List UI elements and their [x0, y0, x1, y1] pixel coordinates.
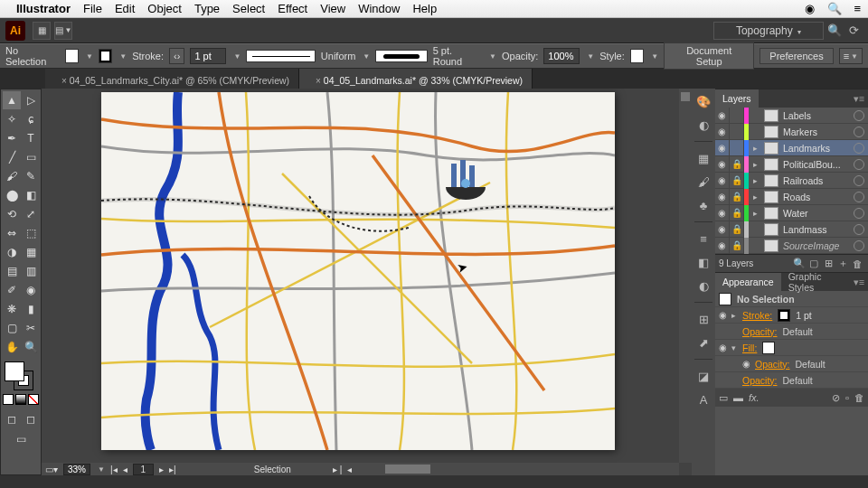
draw-behind[interactable]: ◻ [22, 410, 40, 428]
none-mode[interactable] [28, 394, 39, 405]
layer-row[interactable]: ◉🔒▸Roads [715, 189, 868, 205]
artboard-next2-icon[interactable]: ▸| [169, 465, 176, 474]
fill-color[interactable] [5, 361, 24, 381]
color-guide-icon[interactable]: ◐ [694, 116, 712, 134]
delete-layer-icon[interactable]: 🗑 [850, 258, 864, 269]
lasso-tool[interactable]: ɕ [22, 110, 40, 128]
layer-name[interactable]: PoliticalBou... [781, 159, 852, 170]
direct-selection-tool[interactable]: ▷ [22, 91, 40, 109]
type-tool[interactable]: T [22, 129, 40, 147]
new-sublayer-icon[interactable]: ⊞ [821, 258, 835, 269]
slice-tool[interactable]: ✂ [22, 319, 40, 337]
free-transform-tool[interactable]: ⬚ [22, 224, 40, 242]
appearance-opacity-row[interactable]: Opacity: Default [715, 324, 868, 340]
visibility-icon[interactable]: ◉ [742, 359, 755, 369]
layer-row[interactable]: ◉🔒SourceImage [715, 238, 868, 254]
target-icon[interactable] [854, 192, 864, 202]
pathfinder-icon[interactable]: ◪ [694, 367, 712, 385]
paintbrush-tool[interactable]: 🖌 [3, 167, 21, 185]
blend-tool[interactable]: ◉ [22, 281, 40, 299]
arrange-documents-button[interactable]: ▤▼ [54, 22, 72, 40]
color-mode[interactable] [3, 394, 14, 405]
hand-tool[interactable]: ✋ [3, 338, 21, 356]
appearance-tab[interactable]: Appearance [715, 273, 781, 291]
visibility-icon[interactable]: ◉ [715, 124, 730, 140]
visibility-icon[interactable]: ◉ [715, 238, 730, 254]
brush-definition[interactable] [375, 50, 427, 62]
make-clip-icon[interactable]: ▢ [807, 258, 821, 269]
lock-icon[interactable] [730, 124, 744, 140]
magic-wand-tool[interactable]: ✧ [3, 110, 21, 128]
panel-menu-icon[interactable]: ▾≡ [850, 93, 868, 104]
visibility-icon[interactable]: ◉ [715, 221, 730, 238]
search-icon[interactable]: 🔍 [827, 23, 842, 37]
lock-icon[interactable]: 🔒 [730, 238, 744, 254]
graph-tool[interactable]: ▮ [22, 300, 40, 318]
spotlight-icon[interactable]: 🔍 [827, 2, 842, 15]
layer-name[interactable]: SourceImage [781, 240, 852, 251]
disclosure-icon[interactable]: ▸ [749, 209, 761, 218]
lock-icon[interactable]: 🔒 [730, 205, 744, 221]
appearance-stroke-row[interactable]: ◉ ▸ Stroke: 1 pt [715, 307, 868, 324]
disclosure-icon[interactable]: ▸ [749, 192, 761, 202]
document-tab[interactable]: × 04_05_Landmarks.ai* @ 33% (CMYK/Previe… [299, 69, 533, 89]
menu-edit[interactable]: Edit [115, 2, 135, 15]
vertical-scrollbar[interactable] [679, 89, 692, 463]
appearance-fill-row[interactable]: ◉ ▾ Fill: [715, 340, 868, 356]
menu-extras-icon[interactable]: ≡ [854, 2, 861, 15]
artboard-prev-icon[interactable]: |◂ [110, 465, 118, 474]
character-icon[interactable]: A [694, 390, 712, 408]
visibility-icon[interactable]: ◉ [715, 189, 730, 205]
stroke-weight-stepper[interactable]: ‹› [169, 48, 184, 64]
layer-name[interactable]: Water [781, 208, 852, 219]
target-icon[interactable] [854, 159, 864, 170]
workspace-switcher[interactable]: Topography ▾ [713, 22, 824, 40]
menu-effect[interactable]: Effect [278, 2, 307, 15]
add-fill-icon[interactable]: ▬ [733, 392, 743, 403]
stroke-panel-icon[interactable]: ≡ [694, 230, 712, 248]
status-nav2-icon[interactable]: ◂ [347, 465, 352, 474]
disclosure-icon[interactable]: ▸ [749, 144, 761, 153]
rectangle-tool[interactable]: ▭ [22, 148, 40, 166]
fill-swatch[interactable] [65, 49, 79, 63]
menu-file[interactable]: File [83, 2, 102, 15]
target-icon[interactable] [854, 143, 864, 154]
status-nav-icon[interactable]: ▸ | [333, 465, 342, 474]
visibility-icon[interactable]: ◉ [715, 173, 730, 189]
symbols-icon[interactable]: ♣ [694, 196, 712, 214]
zoom-tool[interactable]: 🔍 [22, 338, 40, 356]
zoom-level[interactable]: 33% [63, 464, 90, 475]
bridge-button[interactable]: ▦ [33, 22, 51, 40]
artboard-next-icon[interactable]: ▸ [159, 465, 164, 474]
delete-item-icon[interactable]: 🗑 [854, 392, 864, 403]
stroke-weight-input[interactable] [190, 48, 226, 64]
gradient-mode[interactable] [15, 394, 26, 405]
transform-icon[interactable]: ⬈ [694, 333, 712, 352]
menu-type[interactable]: Type [194, 2, 220, 15]
visibility-icon[interactable]: ◉ [715, 140, 730, 156]
duplicate-item-icon[interactable]: ▫ [845, 392, 849, 403]
lock-icon[interactable]: 🔒 [730, 156, 744, 173]
layer-name[interactable]: Landmass [781, 224, 852, 235]
artboard-tool[interactable]: ▢ [3, 319, 21, 337]
locate-object-icon[interactable]: 🔍 [792, 258, 807, 269]
fill-color-swatch[interactable] [762, 342, 775, 354]
transparency-icon[interactable]: ◐ [694, 277, 712, 295]
cc-icon[interactable]: ◉ [805, 2, 815, 15]
add-stroke-icon[interactable]: ▭ [719, 392, 728, 404]
layer-name[interactable]: Markers [781, 127, 852, 137]
align-panel-icon[interactable]: ≡▼ [839, 48, 863, 64]
visibility-icon[interactable]: ◉ [715, 156, 730, 173]
variable-width-profile[interactable] [246, 50, 316, 62]
draw-normal[interactable]: ◻ [3, 410, 21, 428]
document-tab[interactable]: × 04_05_Landmarks_City.ai* @ 65% (CMYK/P… [45, 69, 299, 89]
selection-tool[interactable]: ▲ [3, 91, 21, 109]
layer-row[interactable]: ◉Labels [715, 108, 868, 124]
new-layer-icon[interactable]: ＋ [835, 257, 850, 270]
lock-icon[interactable]: 🔒 [730, 221, 744, 238]
pencil-tool[interactable]: ✎ [22, 167, 40, 185]
scale-tool[interactable]: ⤢ [22, 205, 40, 223]
menu-help[interactable]: Help [412, 2, 437, 15]
shape-builder-tool[interactable]: ◑ [3, 243, 21, 261]
eraser-tool[interactable]: ◧ [22, 186, 40, 204]
